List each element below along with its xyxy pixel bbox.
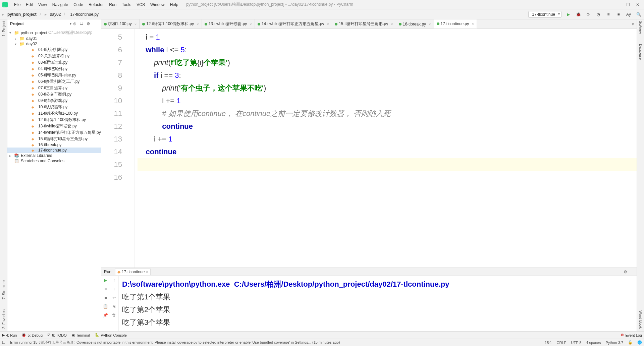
editor-tab[interactable]: 16-tlbreak.py× (396, 19, 434, 28)
wrap-icon[interactable]: ↩ (110, 293, 119, 302)
menu-edit[interactable]: Edit (23, 2, 36, 7)
bottom-python-console-tab[interactable]: 🐍 Python Console (95, 333, 127, 337)
tree-external-libraries[interactable]: ▸📚External Libraries (7, 153, 101, 158)
editor-tab[interactable]: 14-tlwhile循环打印正方形五角星.py× (255, 19, 332, 28)
tree-file[interactable]: ◆15-tl循环打印星号三角形.py (7, 136, 101, 142)
project-tree[interactable]: ▾📁 python_project C:\Users\柏洲\Desktop\p … (7, 28, 101, 331)
stop-icon[interactable]: ■ (615, 11, 622, 18)
close-tab-icon[interactable]: × (135, 22, 137, 26)
tree-file[interactable]: ◆13-tlwhile循环嵌套.py (7, 123, 101, 129)
maximize-icon[interactable]: ☐ (626, 2, 630, 7)
breadcrumb-file[interactable]: 17-tlcontinue.py (69, 12, 100, 17)
run-icon[interactable]: ▶ (565, 11, 572, 18)
breadcrumb-root[interactable]: python_project (6, 12, 38, 17)
editor-tab[interactable]: 13-tlwhile循环嵌套.py× (202, 19, 255, 28)
code-line[interactable] (138, 171, 637, 184)
down-icon[interactable]: ↓ (110, 285, 119, 293)
breadcrumb-folder[interactable]: day02 (49, 12, 62, 17)
close-tab-icon[interactable]: × (472, 22, 474, 26)
pause-icon[interactable]: ■ (101, 293, 110, 302)
close-tab-icon[interactable]: × (197, 22, 199, 26)
menu-navigate[interactable]: Navigate (50, 2, 71, 7)
bottom-debug-tab[interactable]: 🐞 5: Debug (21, 333, 43, 337)
run-config-select[interactable]: 17-tlcontinue (528, 11, 561, 18)
tab-dropdown-icon[interactable]: ▾ (632, 22, 634, 26)
code-line[interactable]: if i == 3: (138, 69, 637, 82)
tree-root[interactable]: ▾📁 python_project C:\Users\柏洲\Desktop\p (7, 30, 101, 36)
close-icon[interactable]: ✕ (636, 2, 639, 7)
editor[interactable]: 5678910111213141516 i = 1 while i <= 5: … (101, 29, 637, 268)
code-line[interactable] (138, 158, 637, 171)
status-icon[interactable]: ☐ (2, 340, 5, 345)
print-icon[interactable]: 🖨 (110, 302, 119, 311)
tree-file[interactable]: ◆17-tlcontinue.py (7, 148, 101, 153)
tool-project-tab[interactable]: 1: Project (2, 21, 6, 36)
code-line[interactable]: i += 1 (138, 95, 637, 107)
collapse-icon[interactable]: ⇊ (78, 21, 85, 26)
status-encoding[interactable]: UTF-8 (571, 341, 581, 345)
close-tab-icon[interactable]: × (250, 22, 252, 26)
status-caret-pos[interactable]: 15:1 (545, 341, 552, 345)
code-line[interactable]: print('有个虫子，这个苹果不吃') (138, 82, 637, 95)
tree-folder-day01[interactable]: ▸📁day01 (7, 36, 101, 41)
pin-icon[interactable]: 📌 (101, 311, 110, 320)
tree-file[interactable]: ◆01-tl认识判断.py (7, 47, 101, 53)
tool-favorites-tab[interactable]: 2: Favorites (2, 309, 6, 329)
hide-icon[interactable]: — (92, 21, 98, 26)
tree-scratches[interactable]: 📋Scratches and Consoles (7, 158, 101, 164)
translate-icon[interactable]: Ay (625, 11, 632, 18)
tree-file[interactable]: ◆03-tl逻辑运算.py (7, 59, 101, 66)
tree-file[interactable]: ◆14-tlwhile循环打印正方形五角星.py (7, 129, 101, 136)
debug-icon[interactable]: 🐞 (575, 11, 582, 18)
tree-file[interactable]: ◆16-tlbreak.py (7, 142, 101, 148)
menu-help[interactable]: Help (167, 2, 181, 7)
menu-code[interactable]: Code (71, 2, 86, 7)
tree-file[interactable]: ◆11-tl循环求和1-100.py (7, 110, 101, 117)
menu-tools[interactable]: Tools (119, 2, 134, 7)
tree-file[interactable]: ◆02-关系运算符.py (7, 53, 101, 59)
bottom-run-tab[interactable]: ▶ 4: Run (2, 333, 17, 337)
status-indent[interactable]: 4 spaces (586, 341, 601, 345)
tool-sciview-tab[interactable]: SciView (639, 21, 643, 34)
menu-view[interactable]: View (36, 2, 50, 7)
menu-vcs[interactable]: VCS (134, 2, 148, 7)
profile-icon[interactable]: ◔ (595, 11, 602, 18)
menu-run[interactable]: Run (106, 2, 119, 7)
bottom-todo-tab[interactable]: ☑ 6: TODO (47, 333, 67, 337)
tool-database-tab[interactable]: Database (639, 44, 643, 60)
close-icon[interactable]: 📋 (101, 302, 110, 311)
lock-icon[interactable]: 🔓 (628, 340, 633, 345)
tool-structure-tab[interactable]: 7: Structure (2, 280, 6, 299)
code-line[interactable]: continue (138, 146, 637, 158)
menu-refactor[interactable]: Refactor (86, 2, 106, 7)
tree-folder-day02[interactable]: ▾📁day02 (7, 41, 101, 47)
editor-tab[interactable]: 求和1-100.py× (101, 19, 140, 28)
concurrency-icon[interactable]: ≡ (605, 11, 612, 18)
menu-window[interactable]: Window (148, 2, 167, 7)
tool-wordbook-tab[interactable]: Word Book (639, 310, 643, 329)
code-line[interactable]: # 如果使用continue， 在continue之前一定要修改计数器， 否则陷… (138, 107, 637, 120)
code-line[interactable]: print(f'吃了第{i}个苹果') (138, 56, 637, 69)
code-line[interactable]: i += 1 (138, 133, 637, 146)
tree-file[interactable]: ◆06-tl多重判断之工厂.py (7, 78, 101, 85)
menu-file[interactable]: File (11, 2, 23, 7)
coverage-icon[interactable]: ⟳ (585, 11, 592, 18)
editor-tab[interactable]: 12-tl计算1-100偶数求和.py× (140, 19, 202, 28)
trash-icon[interactable]: 🗑 (110, 311, 119, 320)
status-line-sep[interactable]: CRLF (556, 341, 566, 345)
code-area[interactable]: i = 1 while i <= 5: print(f'吃了第{i}个苹果') … (135, 29, 637, 268)
code-line[interactable]: while i <= 5: (138, 44, 637, 56)
tree-file[interactable]: ◆08-tl公交车案例.py (7, 91, 101, 98)
stop-icon[interactable]: ■ (101, 285, 110, 293)
locate-icon[interactable]: ⊕ (71, 21, 78, 26)
hide-icon[interactable]: — (630, 270, 634, 274)
tree-file[interactable]: ◆05-tl网吧实用-else.py (7, 72, 101, 78)
tree-file[interactable]: ◆07-tl三目运算.py (7, 85, 101, 91)
run-tab[interactable]: ◆ 17-tlcontinue × (115, 269, 150, 275)
tree-file[interactable]: ◆12-tl计算1-100偶数求和.py (7, 117, 101, 123)
code-line[interactable]: continue (138, 120, 637, 133)
gear-icon[interactable]: ⚙ (85, 21, 92, 26)
minimize-icon[interactable]: — (616, 2, 620, 7)
up-icon[interactable]: ↑ (110, 276, 119, 285)
gear-icon[interactable]: ⚙ (624, 270, 627, 274)
